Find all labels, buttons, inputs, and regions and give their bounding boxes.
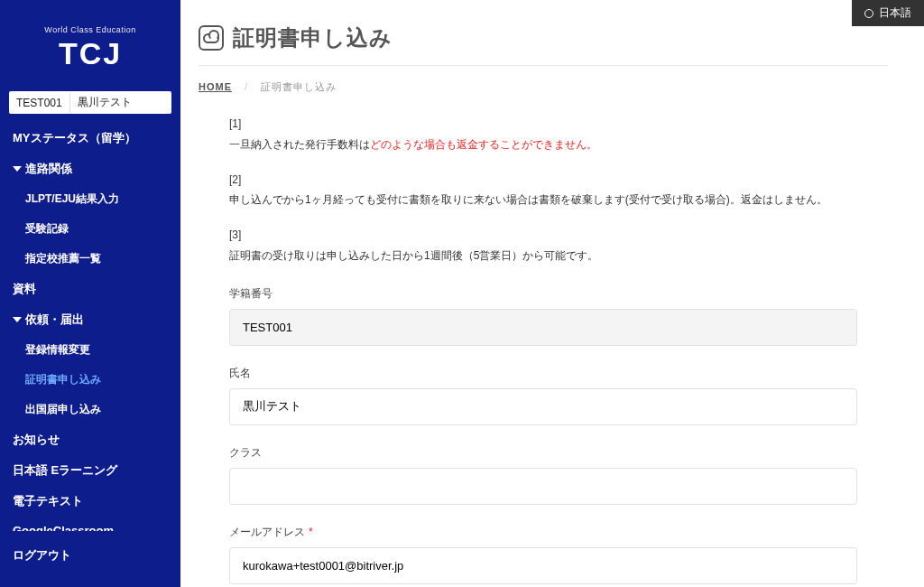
label-class: クラス: [229, 445, 857, 461]
sidebar-item-juken[interactable]: 受験記録: [0, 214, 180, 244]
breadcrumb-home[interactable]: HOME: [199, 81, 232, 92]
logo: World Class Education TCJ: [0, 0, 180, 88]
input-class[interactable]: [229, 468, 857, 505]
user-name: 黒川テスト: [70, 91, 139, 114]
sidebar-item-my-status[interactable]: MYステータス（留学）: [0, 123, 180, 154]
sidebar-item-shitei[interactable]: 指定校推薦一覧: [0, 244, 180, 274]
notice-3: [3] 証明書の受け取りは申し込みした日から1週間後（5営業日）から可能です。: [229, 225, 857, 266]
logo-main: TCJ: [0, 36, 180, 71]
input-email[interactable]: [229, 547, 857, 584]
sidebar-item-googleclassroom[interactable]: GoogleClassroom: [0, 517, 180, 531]
breadcrumb-sep: /: [245, 81, 248, 92]
content: 証明書申し込み HOME / 証明書申し込み [1] 一旦納入された発行手数料は…: [180, 0, 924, 587]
form-area: [1] 一旦納入された発行手数料はどのような場合も返金することができません。 […: [199, 114, 888, 587]
notice-1: [1] 一旦納入された発行手数料はどのような場合も返金することができません。: [229, 114, 857, 155]
page-title-row: 証明書申し込み: [199, 23, 888, 52]
input-shimei[interactable]: [229, 388, 857, 425]
page-title: 証明書申し込み: [233, 23, 393, 52]
sidebar-nav: MYステータス（留学） 進路関係 JLPT/EJU結果入力 受験記録 指定校推薦…: [0, 123, 180, 531]
sidebar-group-irai[interactable]: 依頼・届出: [0, 304, 180, 335]
field-shimei: 氏名: [229, 366, 857, 425]
sidebar-item-oshirase[interactable]: お知らせ: [0, 424, 180, 455]
sidebar-group-shinro[interactable]: 進路関係: [0, 154, 180, 184]
logo-subtitle: World Class Education: [0, 25, 180, 34]
field-gakuseki: 学籍番号: [229, 286, 857, 346]
divider: [199, 65, 888, 66]
field-email: メールアドレス*: [229, 525, 857, 584]
sidebar-item-shoumei[interactable]: 証明書申し込み: [0, 365, 180, 395]
language-label: 日本語: [879, 5, 911, 21]
logout-link[interactable]: ログアウト: [13, 548, 71, 562]
input-gakuseki[interactable]: [229, 309, 857, 346]
sidebar-item-elearning[interactable]: 日本語 Eラーニング: [0, 455, 180, 486]
breadcrumb: HOME / 証明書申し込み: [199, 80, 888, 94]
sidebar-item-shiryo[interactable]: 資料: [0, 274, 180, 304]
sidebar-item-touroku[interactable]: 登録情報変更: [0, 335, 180, 365]
user-box: TEST001 黒川テスト: [9, 91, 171, 114]
language-button[interactable]: 日本語: [852, 0, 924, 26]
notice-2: [2] 申し込んでから1ヶ月経っても受付に書類を取りに来ない場合は書類を破棄しま…: [229, 170, 857, 211]
breadcrumb-current: 証明書申し込み: [261, 81, 337, 92]
sidebar-item-shukkoku[interactable]: 出国届申し込み: [0, 395, 180, 424]
chevron-down-icon: [13, 317, 22, 322]
cloud-icon: [199, 25, 224, 51]
label-gakuseki: 学籍番号: [229, 286, 857, 302]
label-email: メールアドレス*: [229, 525, 857, 540]
sidebar-item-jlpt-eju[interactable]: JLPT/EJU結果入力: [0, 184, 180, 214]
sidebar-item-denshi[interactable]: 電子テキスト: [0, 486, 180, 517]
label-shimei: 氏名: [229, 366, 857, 381]
required-mark: *: [309, 526, 313, 538]
field-class: クラス: [229, 445, 857, 505]
user-code: TEST001: [9, 93, 70, 113]
main: 日本語 証明書申し込み HOME / 証明書申し込み [1] 一旦納入された発行…: [180, 0, 924, 587]
chevron-down-icon: [13, 166, 22, 172]
circle-icon: [864, 9, 873, 18]
sidebar: World Class Education TCJ TEST001 黒川テスト …: [0, 0, 180, 587]
logout-block: ログアウト: [0, 531, 180, 587]
